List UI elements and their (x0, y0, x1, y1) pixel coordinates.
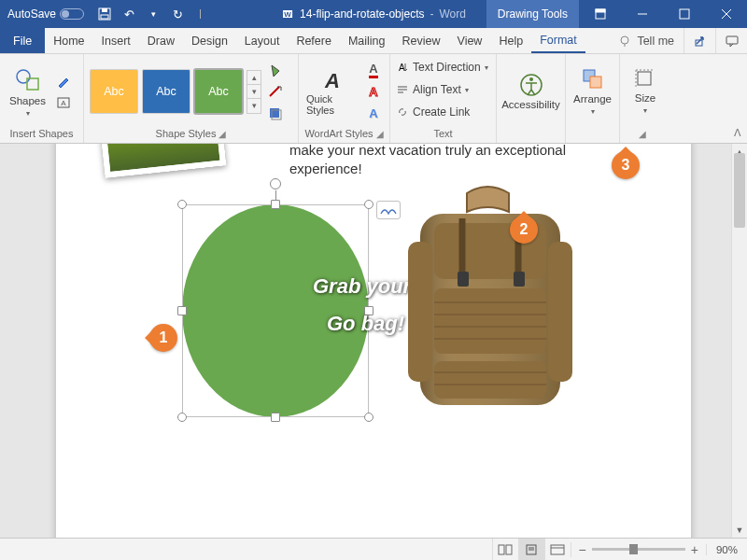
edit-shape-icon[interactable] (53, 72, 74, 91)
shape-outline-button[interactable] (265, 82, 286, 101)
dialog-launcher-icon[interactable]: ◢ (639, 129, 646, 139)
shape-style-swatch-2[interactable]: Abc (142, 69, 190, 114)
callout-1-number: 1 (160, 329, 168, 346)
arrange-icon (581, 67, 605, 91)
shape-style-swatch-1[interactable]: Abc (90, 69, 138, 114)
zoom-level[interactable]: 90% (706, 544, 747, 555)
text-fill-button[interactable]: A (363, 61, 384, 79)
svg-rect-31 (638, 72, 651, 85)
resize-handle-s[interactable] (271, 413, 280, 422)
dialog-launcher-icon[interactable]: ◢ (376, 129, 384, 139)
shapes-gallery-button[interactable]: Shapes ▾ (6, 63, 49, 119)
minimize-button[interactable] (621, 0, 663, 28)
shape-style-gallery-nav[interactable]: ▴▾▾ (247, 70, 261, 114)
svg-rect-38 (548, 242, 572, 382)
resize-handle-w[interactable] (177, 306, 187, 315)
status-bar: − + 90% (0, 538, 747, 560)
tab-format-label: Format (540, 34, 577, 47)
scroll-down-icon[interactable]: ▼ (732, 522, 747, 538)
tab-mailings[interactable]: Mailing (340, 28, 394, 53)
resize-handle-nw[interactable] (177, 200, 187, 209)
tab-draw[interactable]: Draw (139, 28, 183, 53)
scrollbar-thumb[interactable] (734, 153, 745, 228)
zoom-in-button[interactable]: + (691, 542, 698, 557)
resize-handle-n[interactable] (271, 200, 280, 209)
shape-effects-button[interactable] (265, 104, 286, 122)
tab-mailings-label: Mailing (348, 35, 386, 48)
maximize-button[interactable] (663, 0, 705, 28)
body-paragraph[interactable]: make your next vacation truly an excepti… (289, 144, 598, 179)
redo-icon[interactable]: ↻ (170, 7, 185, 21)
tab-help[interactable]: Help (490, 28, 531, 53)
tab-format[interactable]: Format (531, 28, 585, 53)
create-link-label: Create Link (413, 105, 470, 119)
tab-home[interactable]: Home (45, 28, 92, 53)
scroll-up-icon[interactable]: ▴ (247, 71, 261, 85)
collapse-ribbon-icon[interactable]: ᐱ (734, 127, 741, 139)
chevron-down-icon[interactable]: ▾ (146, 7, 161, 21)
text-effects-button[interactable]: A (363, 104, 384, 122)
group-insert-shapes: Shapes ▾ A Insert Shapes (0, 54, 84, 143)
share-button[interactable] (684, 28, 715, 53)
photo-thumbnail[interactable] (101, 144, 226, 178)
tab-view[interactable]: View (449, 28, 491, 53)
read-mode-button[interactable] (492, 539, 518, 561)
zoom-knob[interactable] (629, 544, 638, 554)
tab-file[interactable]: File (0, 28, 45, 53)
group-label-arrange (571, 126, 613, 141)
text-box-icon[interactable]: A (53, 93, 74, 112)
svg-text:A: A (399, 63, 405, 73)
chevron-down-icon: ▾ (26, 109, 30, 118)
tell-me-search[interactable]: Tell me (609, 28, 684, 53)
vertical-scrollbar[interactable]: ▲ ▼ (731, 144, 747, 538)
scroll-down-icon[interactable]: ▾ (247, 85, 261, 99)
selection-frame (182, 204, 369, 417)
shape-style-swatch-3[interactable]: Abc (194, 69, 243, 114)
backpack-image[interactable] (378, 186, 598, 424)
comments-button[interactable] (715, 28, 747, 53)
autosave-toggle[interactable]: AutoSave (0, 7, 92, 21)
zoom-out-button[interactable]: − (579, 542, 586, 557)
accessibility-button[interactable]: Accessibility (502, 71, 559, 113)
resize-handle-ne[interactable] (364, 200, 374, 209)
tab-review[interactable]: Review (394, 28, 449, 53)
svg-rect-36 (434, 361, 546, 399)
align-text-button[interactable]: Align Text▾ (396, 79, 469, 100)
close-button[interactable] (705, 0, 747, 28)
tab-layout[interactable]: Layout (236, 28, 289, 53)
zoom-track[interactable] (592, 548, 685, 551)
expand-gallery-icon[interactable]: ▾ (247, 99, 261, 113)
web-layout-button[interactable] (544, 539, 571, 561)
svg-rect-35 (434, 288, 546, 354)
size-button[interactable]: Size ▾ (626, 66, 665, 117)
zoom-value: 90% (716, 544, 738, 555)
save-icon[interactable] (97, 7, 112, 21)
undo-icon[interactable]: ↶ (121, 7, 136, 21)
create-link-button[interactable]: Create Link (396, 102, 470, 122)
tab-references[interactable]: Refere (288, 28, 340, 53)
shape-fill-button[interactable] (265, 61, 286, 79)
text-outline-button[interactable]: A (363, 82, 384, 101)
resize-handle-sw[interactable] (177, 413, 187, 422)
arrange-button[interactable]: Arrange ▾ (571, 65, 613, 118)
dialog-launcher-icon[interactable]: ◢ (218, 129, 226, 139)
contextual-tab-drawing-tools: Drawing Tools (486, 0, 579, 28)
tab-insert[interactable]: Insert (93, 28, 139, 53)
tab-design-label: Design (191, 35, 228, 48)
selected-shape-oval[interactable] (182, 204, 369, 417)
document-canvas[interactable]: make your next vacation truly an excepti… (0, 144, 747, 538)
ribbon-display-options[interactable] (579, 8, 621, 20)
text-direction-button[interactable]: AText Direction▾ (396, 57, 488, 77)
quick-styles-button[interactable]: A Quick Styles (304, 66, 359, 118)
shapes-icon (14, 65, 42, 93)
tab-draw-label: Draw (148, 35, 175, 48)
tab-design[interactable]: Design (183, 28, 236, 53)
resize-handle-se[interactable] (364, 413, 374, 422)
shapes-label: Shapes (9, 95, 46, 107)
zoom-slider[interactable]: − + (571, 542, 706, 557)
title-bar: AutoSave ↶ ▾ ↻ W 14-flip-and-rotate-obje… (0, 0, 747, 28)
group-label-insert-shapes: Insert Shapes (6, 126, 78, 141)
group-label-text: Text (396, 126, 490, 141)
print-layout-button[interactable] (518, 539, 544, 561)
rotation-handle[interactable] (270, 178, 281, 189)
